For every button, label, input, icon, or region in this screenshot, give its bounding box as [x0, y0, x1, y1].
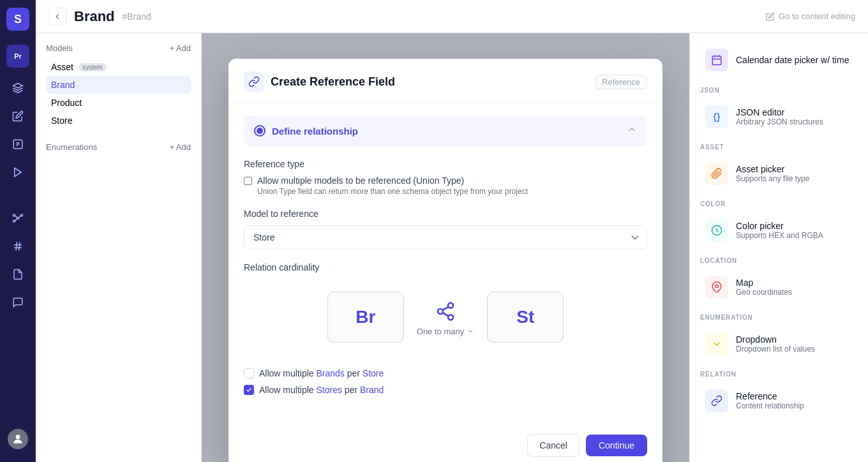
svg-marker-5 — [15, 168, 22, 177]
union-type-checkbox[interactable] — [244, 177, 252, 185]
nav-icon-chat[interactable] — [6, 291, 29, 314]
svg-line-10 — [15, 216, 17, 218]
field-type-json[interactable]: {} JSON editor Arbitrary JSON structures — [700, 100, 858, 133]
json-editor-name: JSON editor — [736, 107, 823, 117]
store-cardinality-box: St — [487, 292, 564, 343]
color-icon — [705, 219, 728, 242]
accordion-title: Define relationship — [272, 126, 358, 137]
svg-point-8 — [21, 214, 23, 216]
accordion-radio — [254, 125, 266, 137]
location-section-title: LOCATION — [700, 257, 858, 264]
sidebar-item-brand[interactable]: Brand — [46, 76, 191, 94]
cardinality-type-selector[interactable]: One to many — [417, 327, 474, 336]
color-section: COLOR Color picker Supports HEX and RGBA — [700, 200, 858, 247]
color-section-title: COLOR — [700, 200, 858, 207]
modal-header: Create Reference Field Reference — [228, 59, 662, 103]
reference-desc: Content relationship — [736, 401, 804, 410]
model-label: Model to reference — [244, 209, 647, 219]
right-panel: Calendar date picker w/ time JSON {} JSO… — [689, 33, 868, 462]
top-bar: Brand #Brand Go to content editing — [36, 0, 868, 33]
map-desc: Geo coordinates — [736, 288, 792, 297]
relation-section: RELATION Reference Content relationship — [700, 371, 858, 417]
sidebar-item-store[interactable]: Store — [46, 112, 191, 130]
reference-name: Reference — [736, 391, 804, 401]
nav-icon-docs[interactable] — [6, 263, 29, 286]
field-type-dropdown[interactable]: Dropdown Dropdown list of values — [700, 327, 858, 361]
color-picker-name: Color picker — [736, 221, 823, 231]
json-icon: {} — [705, 105, 728, 128]
dropdown-desc: Dropdown list of values — [736, 345, 815, 354]
dropdown-icon — [705, 332, 728, 355]
nav-icon-integrations[interactable] — [6, 207, 29, 230]
svg-point-9 — [13, 220, 15, 222]
store-link-1[interactable]: Store — [363, 368, 384, 378]
svg-line-11 — [19, 216, 21, 218]
allow-brands-checkbox[interactable] — [244, 368, 254, 378]
field-type-reference[interactable]: Reference Content relationship — [700, 384, 858, 417]
stores-link[interactable]: Stores — [316, 385, 341, 395]
asset-picker-name: Asset picker — [736, 164, 809, 174]
cardinality-share-icon — [433, 299, 458, 324]
svg-point-6 — [17, 218, 19, 220]
calendar-section: Calendar date picker w/ time — [700, 43, 858, 77]
left-navigation: S Pr — [0, 0, 36, 462]
field-type-color[interactable]: Color picker Supports HEX and RGBA — [700, 214, 858, 247]
cardinality-section: Relation cardinality Br — [244, 262, 647, 355]
allow-brands-text: Allow multiple Brands per Store — [259, 368, 384, 378]
define-relationship-accordion: Define relationship Reference type — [244, 116, 647, 408]
nav-icon-play[interactable] — [6, 161, 29, 184]
field-type-asset[interactable]: Asset picker Supports any file type — [700, 157, 858, 190]
svg-point-28 — [715, 285, 719, 288]
nav-icon-pr[interactable]: Pr — [6, 45, 29, 68]
svg-point-20 — [448, 315, 453, 320]
allow-multiple-section: Allow multiple Brands per Store A — [244, 368, 647, 395]
sidebar-item-product[interactable]: Product — [46, 94, 191, 112]
field-type-calendar[interactable]: Calendar date picker w/ time — [700, 43, 858, 77]
model-id: #Brand — [123, 11, 151, 22]
location-section: LOCATION Map Geo coordinates — [700, 257, 858, 304]
svg-point-19 — [438, 309, 443, 314]
json-editor-desc: Arbitrary JSON structures — [736, 117, 823, 126]
union-type-label: Allow multiple models to be referenced (… — [257, 175, 528, 186]
continue-button[interactable]: Continue — [586, 435, 647, 456]
accordion-header[interactable]: Define relationship — [244, 116, 647, 146]
cardinality-visual: Br One to many — [244, 279, 647, 355]
svg-point-17 — [16, 435, 20, 439]
asset-picker-desc: Supports any file type — [736, 174, 809, 183]
cardinality-label: Relation cardinality — [244, 262, 647, 272]
allow-stores-text: Allow multiple Stores per Brand — [259, 385, 384, 395]
model-select[interactable]: Asset Brand Product Store — [244, 225, 647, 250]
modal-header-icon — [244, 71, 264, 92]
color-picker-desc: Supports HEX and RGBA — [736, 231, 823, 240]
allow-stores-checkbox[interactable] — [244, 385, 254, 395]
enumeration-section: ENUMERATION Dropdown Dropdown list of va… — [700, 314, 858, 361]
schema-canvas: Create Reference Field Reference — [202, 33, 689, 462]
asset-section: ASSET Asset picker Supports any file typ… — [700, 144, 858, 190]
svg-line-21 — [442, 313, 448, 316]
allow-stores-row: Allow multiple Stores per Brand — [244, 385, 647, 395]
accordion-body: Reference type Allow multiple models to … — [244, 146, 647, 408]
cancel-button[interactable]: Cancel — [527, 434, 580, 457]
create-reference-modal: Create Reference Field Reference — [228, 59, 662, 462]
sidebar-item-asset[interactable]: Asset system — [46, 58, 191, 76]
app-logo: S — [6, 8, 29, 31]
brand-link-2[interactable]: Brand — [360, 385, 384, 395]
add-model-button[interactable]: + Add — [169, 43, 191, 53]
go-to-content-link[interactable]: Go to content editing — [766, 11, 855, 21]
field-type-map[interactable]: Map Geo coordinates — [700, 271, 858, 304]
user-avatar[interactable] — [8, 429, 28, 449]
asset-icon — [705, 162, 728, 185]
add-enumeration-button[interactable]: + Add — [169, 142, 191, 152]
nav-icon-edit[interactable] — [6, 105, 29, 128]
page-title: Brand — [74, 8, 115, 25]
collapse-button[interactable] — [49, 8, 66, 26]
svg-line-16 — [19, 242, 20, 251]
nav-icon-settings[interactable] — [6, 235, 29, 258]
nav-icon-edit2[interactable] — [6, 133, 29, 156]
allow-brands-row: Allow multiple Brands per Store — [244, 368, 647, 378]
brands-link[interactable]: Brands — [316, 368, 344, 378]
svg-line-22 — [442, 306, 448, 309]
map-icon — [705, 276, 728, 299]
nav-icon-layers[interactable] — [6, 77, 29, 100]
svg-line-12 — [15, 219, 17, 221]
